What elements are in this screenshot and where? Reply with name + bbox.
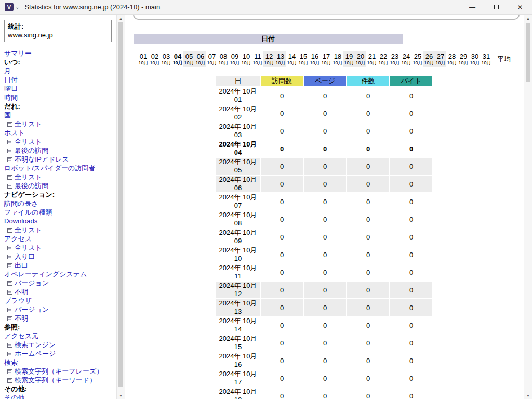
sidebar-item-全リスト[interactable]: 全リスト (4, 172, 114, 181)
scroll-up-icon[interactable]: ▲ (524, 15, 532, 22)
sidebar-item-時間[interactable]: 時間 (4, 93, 114, 102)
calendar-day-number: 09 (229, 52, 241, 60)
sidebar-item-日付[interactable]: 日付 (4, 75, 114, 84)
sidebar-item-label: 全リスト (15, 173, 42, 181)
sidebar-item-ロボット/スパイダーの訪問者[interactable]: ロボット/スパイダーの訪問者 (4, 164, 114, 172)
main-scrollbar-thumb[interactable] (526, 23, 530, 82)
calendar-day-month: 10月 (378, 60, 389, 65)
calendar-day: 0610月 (195, 51, 206, 66)
sidebar-item-検索文字列（キーフレーズ）[interactable]: 検索文字列（キーフレーズ） (4, 367, 114, 376)
sidebar-item-全リスト[interactable]: 全リスト (4, 119, 114, 128)
stats-header-row: 日訪問数ページ件数バイト (216, 76, 432, 86)
value-cell: 0 (304, 229, 346, 245)
sidebar-scrollbar[interactable]: ▲ ▼ (116, 15, 125, 399)
value-cell: 0 (261, 388, 303, 399)
table-row: 2024年 10月140000 (216, 317, 432, 334)
sidebar-item-検索文字列（キーワード）[interactable]: 検索文字列（キーワード） (4, 376, 114, 384)
sidebar-item-label: アクセス (4, 235, 32, 243)
calendar-day-number: 30 (469, 52, 481, 60)
sidebar-item-不明なIPアドレス[interactable]: 不明なIPアドレス (4, 155, 114, 164)
value-cell: 0 (347, 335, 389, 351)
sidebar-section-header: ナビゲーション: (4, 190, 114, 199)
sidebar-item-アクセス[interactable]: アクセス (4, 234, 114, 243)
table-row: 2024年 10月040000 (216, 140, 432, 157)
scroll-down-icon[interactable]: ▼ (524, 392, 532, 399)
sidebar-item-label: だれ: (4, 102, 20, 110)
sidebar-item-ホスト[interactable]: ホスト (4, 128, 114, 137)
sidebar-item-バージョン[interactable]: バージョン (4, 305, 114, 314)
sidebar-item-入り口[interactable]: 入り口 (4, 252, 114, 261)
sidebar-item-不明[interactable]: 不明 (4, 314, 114, 323)
sidebar-item-label: いつ: (4, 58, 20, 66)
list-icon (7, 281, 12, 286)
main-content: 日付 0110月0210月0310月0410月0510月0610月0710月08… (125, 15, 524, 399)
date-month: 2024年 10月 (216, 211, 260, 219)
calendar-strip-row: 0110月0210月0310月0410月0510月0610月0710月0810月… (125, 51, 524, 66)
stats-label: 統計: (8, 22, 108, 31)
sidebar-item-オペレーティングシステム[interactable]: オペレーティングシステム (4, 270, 114, 278)
close-button[interactable]: ✕ (508, 0, 532, 15)
date-cell: 2024年 10月04 (216, 140, 260, 157)
value-cell: 0 (390, 211, 432, 228)
value-cell: 0 (390, 158, 432, 175)
sidebar-item-出口[interactable]: 出口 (4, 261, 114, 270)
date-month: 2024年 10月 (216, 282, 260, 290)
sidebar-item-全リスト[interactable]: 全リスト (4, 137, 114, 146)
sidebar-item-月[interactable]: 月 (4, 66, 114, 75)
sidebar-item-ブラウザ[interactable]: ブラウザ (4, 296, 114, 305)
list-icon (7, 290, 12, 295)
scroll-down-icon[interactable]: ▼ (117, 392, 125, 399)
sidebar-item-全リスト[interactable]: 全リスト (4, 225, 114, 234)
maximize-button[interactable] (484, 0, 508, 15)
minimize-button[interactable]: — (460, 0, 484, 15)
sidebar-item-その他[interactable]: その他 (4, 393, 114, 399)
sidebar-item-Downloads[interactable]: Downloads (4, 217, 114, 225)
sidebar-item-検索エンジン[interactable]: 検索エンジン (4, 340, 114, 349)
value-cell: 0 (261, 335, 303, 351)
calendar-day-month: 10月 (309, 60, 321, 65)
sidebar-scrollbar-thumb[interactable] (118, 22, 123, 387)
calendar-day-month: 10月 (321, 60, 332, 65)
calendar-day: 2010月 (355, 51, 366, 66)
sidebar-item-検索[interactable]: 検索 (4, 358, 114, 367)
sidebar-item-訪問の長さ[interactable]: 訪問の長さ (4, 199, 114, 208)
date-month: 2024年 10月 (216, 317, 260, 325)
sidebar-item-label: ナビゲーション: (4, 191, 55, 198)
sidebar-item-国[interactable]: 国 (4, 111, 114, 119)
calendar-day-month: 10月 (389, 60, 401, 65)
sidebar-item-ファイルの種類[interactable]: ファイルの種類 (4, 208, 114, 217)
sidebar-item-最後の訪問[interactable]: 最後の訪問 (4, 181, 114, 190)
titlebar-menu-caret-icon[interactable]: ⌄ (15, 5, 19, 10)
date-day: 09 (216, 237, 260, 245)
date-cell: 2024年 10月13 (216, 299, 260, 316)
value-cell: 0 (347, 352, 389, 369)
sidebar-item-ホームページ[interactable]: ホームページ (4, 349, 114, 358)
value-cell: 0 (390, 229, 432, 245)
date-month: 2024年 10月 (216, 176, 260, 184)
sidebar-item-最後の訪問[interactable]: 最後の訪問 (4, 146, 114, 155)
list-icon (7, 255, 12, 259)
sidebar-item-label: ファイルの種類 (4, 208, 52, 216)
main-scrollbar[interactable]: ▲ ▼ (524, 15, 532, 399)
calendar-day: 0110月 (138, 51, 149, 66)
value-cell: 0 (261, 229, 303, 245)
sidebar-item-全リスト[interactable]: 全リスト (4, 243, 114, 252)
value-cell: 0 (390, 140, 432, 157)
sidebar-item-バージョン[interactable]: バージョン (4, 278, 114, 287)
scroll-up-icon[interactable]: ▲ (117, 15, 125, 22)
calendar-day-month: 10月 (195, 60, 206, 65)
calendar-day-month: 10月 (229, 60, 241, 65)
table-row: 2024年 10月100000 (216, 246, 432, 263)
value-cell: 0 (304, 264, 346, 281)
value-cell: 0 (347, 140, 389, 157)
sidebar-item-不明[interactable]: 不明 (4, 287, 114, 296)
calendar-day-month: 10月 (218, 60, 229, 65)
sidebar-item-サマリー[interactable]: サマリー (4, 49, 114, 58)
calendar-day-number: 11 (252, 52, 263, 60)
calendar-day-number: 31 (481, 52, 492, 60)
value-cell: 0 (304, 123, 346, 139)
calendar-day-number: 20 (355, 52, 366, 60)
sidebar-item-アクセス元[interactable]: アクセス元 (4, 331, 114, 340)
sidebar-item-曜日[interactable]: 曜日 (4, 84, 114, 93)
sidebar-item-label: ブラウザ (4, 297, 32, 304)
